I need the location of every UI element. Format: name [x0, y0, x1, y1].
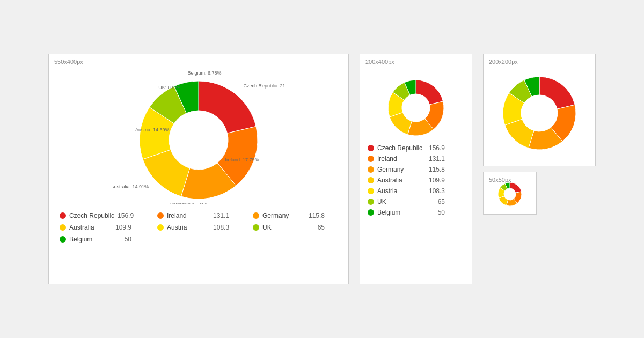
legend-value: 131.1: [213, 212, 229, 219]
box-label-200-200: 200x200px: [489, 58, 518, 65]
svg-text:UK: 8.82%: UK: 8.82%: [158, 85, 181, 90]
svg-text:Germany: 15.71%: Germany: 15.71%: [169, 202, 208, 204]
legend-item: Belgium 50: [60, 236, 147, 243]
legend-value: 156.9: [429, 144, 445, 152]
legend-value: 115.8: [429, 166, 445, 173]
svg-text:Belgium: 6.78%: Belgium: 6.78%: [188, 70, 222, 76]
legend-name: Austria: [377, 187, 426, 195]
legend-item-vertical: Belgium 50: [368, 209, 464, 216]
legend-name: Australia: [377, 177, 426, 184]
legend-550: Czech Republic 156.9 Ireland 131.1 Germa…: [49, 207, 348, 248]
legend-value: 50: [115, 236, 131, 243]
legend-value: 109.9: [429, 177, 445, 184]
legend-item-vertical: Czech Republic 156.9: [368, 144, 464, 152]
donut-area-200-400: [360, 54, 472, 140]
legend-name: UK: [377, 198, 426, 205]
legend-name: Ireland: [377, 155, 426, 163]
legend-item: UK 65: [253, 224, 338, 231]
legend-value: 108.3: [213, 224, 229, 231]
legend-dot: [60, 212, 66, 219]
legend-value: 65: [309, 224, 325, 231]
legend-name: Australia: [69, 224, 112, 231]
legend-name: Czech Republic: [69, 212, 114, 219]
chart-box-50-50: 50x50px: [483, 172, 537, 215]
legend-dot: [253, 224, 259, 231]
legend-item-vertical: Austria 108.3: [368, 187, 464, 195]
legend-dot: [368, 156, 374, 162]
svg-text:Australia: 14.91%: Australia: 14.91%: [113, 184, 149, 189]
legend-dot: [368, 166, 374, 173]
box-label-550: 550x400px: [54, 58, 83, 65]
donut-svg-50-50: [496, 181, 523, 208]
donut-area-550: Czech Republic: 21.29%Ireland: 17.79%Ger…: [49, 54, 348, 204]
page-container: 550x400px Czech Republic: 21.29%Ireland:…: [27, 32, 617, 306]
donut-area-200-200: [484, 54, 595, 151]
right-col: 200x200px 50x50px: [483, 54, 596, 215]
legend-item-vertical: Germany 115.8: [368, 166, 464, 173]
legend-name: UK: [262, 224, 305, 231]
legend-item: Austria 108.3: [157, 224, 242, 231]
legend-name: Germany: [377, 166, 426, 173]
chart-wrapper-550: Czech Republic: 21.29%Ireland: 17.79%Ger…: [113, 70, 284, 204]
chart-box-550: 550x400px Czech Republic: 21.29%Ireland:…: [48, 54, 349, 284]
chart-box-200-400: 200x400px Czech Republic 156.9 Ireland 1…: [360, 54, 472, 284]
legend-dot: [368, 209, 374, 216]
legend-item: Ireland 131.1: [157, 212, 242, 219]
legend-value: 131.1: [429, 155, 445, 163]
legend-dot: [368, 188, 374, 194]
chart-box-200-200: 200x200px: [483, 54, 596, 166]
box-label-50-50: 50x50px: [489, 177, 511, 183]
legend-dot: [60, 224, 66, 231]
svg-text:Ireland: 17.79%: Ireland: 17.79%: [225, 157, 259, 163]
donut-svg-200-400: [378, 76, 453, 140]
legend-name: Germany: [262, 212, 305, 219]
donut-svg-200-200: [496, 70, 582, 151]
legend-name: Belgium: [69, 236, 112, 243]
legend-dot: [368, 145, 374, 151]
legend-item: Australia 109.9: [60, 224, 147, 231]
legend-name: Austria: [167, 224, 210, 231]
legend-name: Belgium: [377, 209, 426, 216]
legend-value: 109.9: [115, 224, 131, 231]
legend-name: Czech Republic: [377, 144, 426, 152]
legend-dot: [368, 199, 374, 205]
legend-item-vertical: Ireland 131.1: [368, 155, 464, 163]
legend-value: 156.9: [118, 212, 134, 219]
legend-value: 108.3: [429, 187, 445, 195]
legend-name: Ireland: [167, 212, 210, 219]
legend-item-vertical: Australia 109.9: [368, 177, 464, 184]
legend-item: Czech Republic 156.9: [60, 212, 147, 219]
svg-text:Czech Republic: 21.29%: Czech Republic: 21.29%: [244, 83, 284, 89]
donut-svg-550: Czech Republic: 21.29%Ireland: 17.79%Ger…: [113, 70, 284, 204]
legend-value: 65: [429, 198, 445, 205]
legend-value: 115.8: [309, 212, 325, 219]
legend-dot: [60, 236, 66, 243]
legend-item: Germany 115.8: [253, 212, 338, 219]
legend-dot: [157, 212, 164, 219]
svg-text:Austria: 14.69%: Austria: 14.69%: [135, 127, 170, 133]
legend-item-vertical: UK 65: [368, 198, 464, 205]
legend-value: 50: [429, 209, 445, 216]
legend-dot: [368, 177, 374, 183]
legend-200-400: Czech Republic 156.9 Ireland 131.1 Germa…: [360, 140, 472, 221]
legend-dot: [253, 212, 259, 219]
legend-dot: [157, 224, 164, 231]
box-label-200-400: 200x400px: [365, 58, 394, 65]
